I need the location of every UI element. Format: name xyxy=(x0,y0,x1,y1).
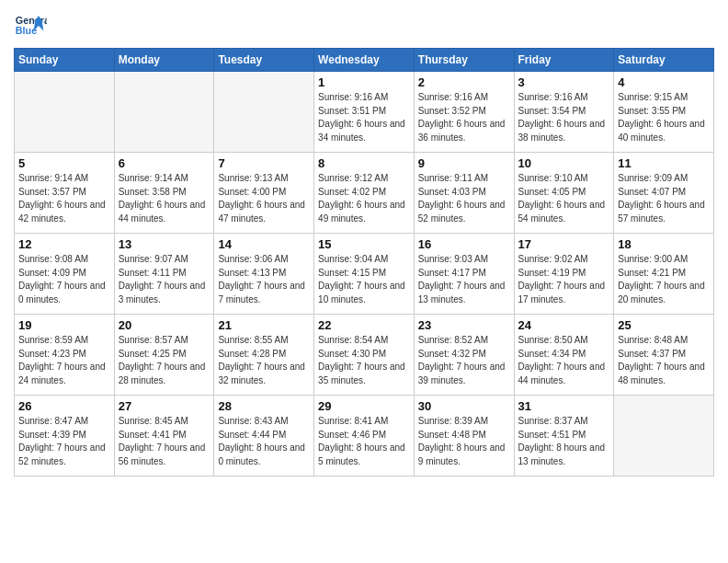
day-number: 14 xyxy=(218,237,310,251)
calendar-cell: 28Sunrise: 8:43 AMSunset: 4:44 PMDayligh… xyxy=(214,396,314,477)
day-info: Sunrise: 9:03 AMSunset: 4:17 PMDaylight:… xyxy=(418,253,510,306)
day-info: Sunrise: 9:14 AMSunset: 3:57 PMDaylight:… xyxy=(18,172,110,225)
header: General Blue xyxy=(14,9,714,42)
day-number: 13 xyxy=(119,237,210,251)
day-number: 30 xyxy=(418,399,510,413)
calendar-cell: 13Sunrise: 9:07 AMSunset: 4:11 PMDayligh… xyxy=(114,234,214,315)
day-info: Sunrise: 8:50 AMSunset: 4:34 PMDaylight:… xyxy=(518,334,610,387)
day-info: Sunrise: 8:43 AMSunset: 4:44 PMDaylight:… xyxy=(218,415,310,468)
day-number: 5 xyxy=(18,156,110,170)
day-info: Sunrise: 9:15 AMSunset: 3:55 PMDaylight:… xyxy=(618,91,710,144)
calendar-cell: 18Sunrise: 9:00 AMSunset: 4:21 PMDayligh… xyxy=(614,234,714,315)
calendar-week-row: 5Sunrise: 9:14 AMSunset: 3:57 PMDaylight… xyxy=(15,153,714,234)
day-number: 3 xyxy=(518,75,610,89)
logo-icon: General Blue xyxy=(14,9,47,42)
calendar-cell: 9Sunrise: 9:11 AMSunset: 4:03 PMDaylight… xyxy=(414,153,514,234)
calendar-cell: 16Sunrise: 9:03 AMSunset: 4:17 PMDayligh… xyxy=(414,234,514,315)
day-number: 28 xyxy=(218,399,310,413)
calendar-cell: 4Sunrise: 9:15 AMSunset: 3:55 PMDaylight… xyxy=(614,72,714,153)
day-info: Sunrise: 8:59 AMSunset: 4:23 PMDaylight:… xyxy=(18,334,110,387)
day-number: 2 xyxy=(418,75,510,89)
day-info: Sunrise: 8:55 AMSunset: 4:28 PMDaylight:… xyxy=(218,334,310,387)
weekday-header: Sunday xyxy=(15,49,115,72)
day-info: Sunrise: 9:16 AMSunset: 3:51 PMDaylight:… xyxy=(318,91,410,144)
calendar-cell: 5Sunrise: 9:14 AMSunset: 3:57 PMDaylight… xyxy=(15,153,115,234)
calendar-cell: 12Sunrise: 9:08 AMSunset: 4:09 PMDayligh… xyxy=(15,234,115,315)
day-number: 23 xyxy=(418,318,510,332)
day-number: 12 xyxy=(18,237,110,251)
calendar-week-row: 26Sunrise: 8:47 AMSunset: 4:39 PMDayligh… xyxy=(15,396,714,477)
day-info: Sunrise: 9:09 AMSunset: 4:07 PMDaylight:… xyxy=(618,172,710,225)
calendar-cell: 15Sunrise: 9:04 AMSunset: 4:15 PMDayligh… xyxy=(314,234,415,315)
calendar-header-row: SundayMondayTuesdayWednesdayThursdayFrid… xyxy=(15,49,714,72)
calendar-cell: 27Sunrise: 8:45 AMSunset: 4:41 PMDayligh… xyxy=(114,396,214,477)
calendar-cell: 10Sunrise: 9:10 AMSunset: 4:05 PMDayligh… xyxy=(514,153,614,234)
weekday-header: Wednesday xyxy=(314,49,415,72)
calendar-cell: 8Sunrise: 9:12 AMSunset: 4:02 PMDaylight… xyxy=(314,153,415,234)
day-info: Sunrise: 9:04 AMSunset: 4:15 PMDaylight:… xyxy=(318,253,410,306)
calendar-cell: 24Sunrise: 8:50 AMSunset: 4:34 PMDayligh… xyxy=(514,315,614,396)
day-info: Sunrise: 9:00 AMSunset: 4:21 PMDaylight:… xyxy=(618,253,710,306)
day-info: Sunrise: 9:14 AMSunset: 3:58 PMDaylight:… xyxy=(119,172,210,225)
day-number: 20 xyxy=(119,318,210,332)
calendar-cell xyxy=(214,72,314,153)
calendar-cell: 19Sunrise: 8:59 AMSunset: 4:23 PMDayligh… xyxy=(15,315,115,396)
day-number: 18 xyxy=(618,237,710,251)
calendar-week-row: 19Sunrise: 8:59 AMSunset: 4:23 PMDayligh… xyxy=(15,315,714,396)
calendar-cell: 22Sunrise: 8:54 AMSunset: 4:30 PMDayligh… xyxy=(314,315,415,396)
calendar-cell xyxy=(614,396,714,477)
day-number: 31 xyxy=(518,399,610,413)
day-number: 8 xyxy=(318,156,410,170)
calendar-cell: 11Sunrise: 9:09 AMSunset: 4:07 PMDayligh… xyxy=(614,153,714,234)
day-info: Sunrise: 9:02 AMSunset: 4:19 PMDaylight:… xyxy=(518,253,610,306)
day-info: Sunrise: 8:57 AMSunset: 4:25 PMDaylight:… xyxy=(119,334,210,387)
day-number: 4 xyxy=(618,75,710,89)
calendar-week-row: 12Sunrise: 9:08 AMSunset: 4:09 PMDayligh… xyxy=(15,234,714,315)
day-number: 22 xyxy=(318,318,410,332)
day-number: 17 xyxy=(518,237,610,251)
day-number: 10 xyxy=(518,156,610,170)
day-number: 27 xyxy=(119,399,210,413)
day-info: Sunrise: 9:12 AMSunset: 4:02 PMDaylight:… xyxy=(318,172,410,225)
day-number: 1 xyxy=(318,75,410,89)
day-info: Sunrise: 9:06 AMSunset: 4:13 PMDaylight:… xyxy=(218,253,310,306)
calendar-cell: 26Sunrise: 8:47 AMSunset: 4:39 PMDayligh… xyxy=(15,396,115,477)
calendar-cell: 14Sunrise: 9:06 AMSunset: 4:13 PMDayligh… xyxy=(214,234,314,315)
day-number: 9 xyxy=(418,156,510,170)
day-info: Sunrise: 9:13 AMSunset: 4:00 PMDaylight:… xyxy=(218,172,310,225)
page: General Blue SundayMondayTuesdayWednesda… xyxy=(0,0,728,563)
day-number: 29 xyxy=(318,399,410,413)
calendar-week-row: 1Sunrise: 9:16 AMSunset: 3:51 PMDaylight… xyxy=(15,72,714,153)
calendar-cell: 20Sunrise: 8:57 AMSunset: 4:25 PMDayligh… xyxy=(114,315,214,396)
day-info: Sunrise: 9:10 AMSunset: 4:05 PMDaylight:… xyxy=(518,172,610,225)
weekday-header: Friday xyxy=(514,49,614,72)
day-info: Sunrise: 8:52 AMSunset: 4:32 PMDaylight:… xyxy=(418,334,510,387)
day-info: Sunrise: 9:08 AMSunset: 4:09 PMDaylight:… xyxy=(18,253,110,306)
day-number: 11 xyxy=(618,156,710,170)
day-number: 21 xyxy=(218,318,310,332)
calendar-cell: 17Sunrise: 9:02 AMSunset: 4:19 PMDayligh… xyxy=(514,234,614,315)
day-info: Sunrise: 9:07 AMSunset: 4:11 PMDaylight:… xyxy=(119,253,210,306)
weekday-header: Monday xyxy=(114,49,214,72)
day-info: Sunrise: 8:48 AMSunset: 4:37 PMDaylight:… xyxy=(618,334,710,387)
day-info: Sunrise: 8:47 AMSunset: 4:39 PMDaylight:… xyxy=(18,415,110,468)
calendar-cell: 21Sunrise: 8:55 AMSunset: 4:28 PMDayligh… xyxy=(214,315,314,396)
calendar-cell: 1Sunrise: 9:16 AMSunset: 3:51 PMDaylight… xyxy=(314,72,415,153)
calendar-cell: 7Sunrise: 9:13 AMSunset: 4:00 PMDaylight… xyxy=(214,153,314,234)
day-number: 19 xyxy=(18,318,110,332)
calendar-cell: 30Sunrise: 8:39 AMSunset: 4:48 PMDayligh… xyxy=(414,396,514,477)
logo: General Blue xyxy=(14,9,47,42)
weekday-header: Tuesday xyxy=(214,49,314,72)
calendar-cell: 31Sunrise: 8:37 AMSunset: 4:51 PMDayligh… xyxy=(514,396,614,477)
day-number: 24 xyxy=(518,318,610,332)
day-info: Sunrise: 8:41 AMSunset: 4:46 PMDaylight:… xyxy=(318,415,410,468)
day-info: Sunrise: 8:45 AMSunset: 4:41 PMDaylight:… xyxy=(119,415,210,468)
calendar-cell: 29Sunrise: 8:41 AMSunset: 4:46 PMDayligh… xyxy=(314,396,415,477)
day-number: 7 xyxy=(218,156,310,170)
day-number: 16 xyxy=(418,237,510,251)
calendar-cell: 3Sunrise: 9:16 AMSunset: 3:54 PMDaylight… xyxy=(514,72,614,153)
calendar-cell xyxy=(15,72,115,153)
day-info: Sunrise: 8:37 AMSunset: 4:51 PMDaylight:… xyxy=(518,415,610,468)
weekday-header: Saturday xyxy=(614,49,714,72)
calendar-cell: 2Sunrise: 9:16 AMSunset: 3:52 PMDaylight… xyxy=(414,72,514,153)
